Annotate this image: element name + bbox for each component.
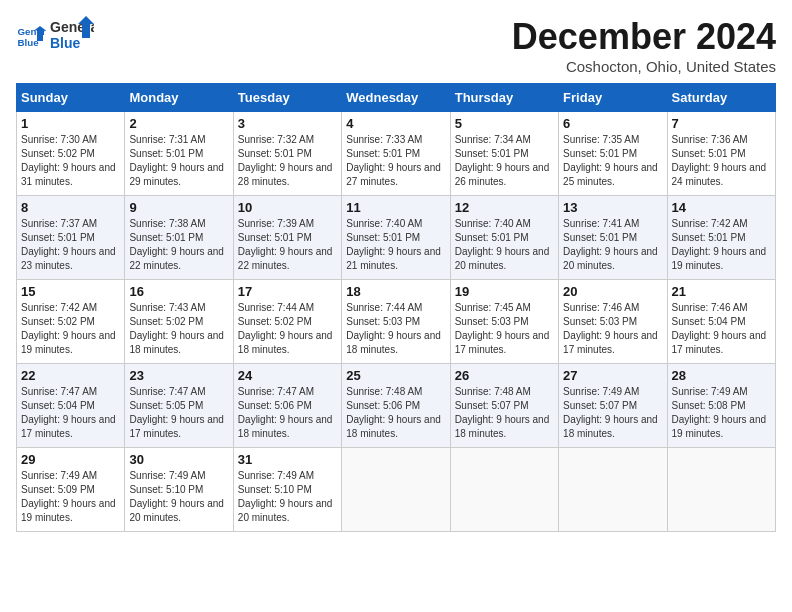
day-number: 13 [563,200,662,215]
day-info: Sunrise: 7:49 AM Sunset: 5:10 PM Dayligh… [238,469,337,525]
calendar-cell: 17 Sunrise: 7:44 AM Sunset: 5:02 PM Dayl… [233,280,341,364]
day-info: Sunrise: 7:44 AM Sunset: 5:03 PM Dayligh… [346,301,445,357]
day-number: 30 [129,452,228,467]
day-number: 11 [346,200,445,215]
calendar-cell: 12 Sunrise: 7:40 AM Sunset: 5:01 PM Dayl… [450,196,558,280]
day-number: 6 [563,116,662,131]
day-info: Sunrise: 7:37 AM Sunset: 5:01 PM Dayligh… [21,217,120,273]
calendar-cell: 18 Sunrise: 7:44 AM Sunset: 5:03 PM Dayl… [342,280,450,364]
day-number: 16 [129,284,228,299]
calendar-header-row: SundayMondayTuesdayWednesdayThursdayFrid… [17,84,776,112]
title-area: December 2024 Coshocton, Ohio, United St… [512,16,776,75]
calendar-cell: 13 Sunrise: 7:41 AM Sunset: 5:01 PM Dayl… [559,196,667,280]
day-number: 8 [21,200,120,215]
day-number: 20 [563,284,662,299]
calendar-cell: 2 Sunrise: 7:31 AM Sunset: 5:01 PM Dayli… [125,112,233,196]
svg-text:Blue: Blue [50,35,81,51]
day-info: Sunrise: 7:40 AM Sunset: 5:01 PM Dayligh… [346,217,445,273]
calendar-cell: 4 Sunrise: 7:33 AM Sunset: 5:01 PM Dayli… [342,112,450,196]
calendar-cell: 14 Sunrise: 7:42 AM Sunset: 5:01 PM Dayl… [667,196,775,280]
day-number: 3 [238,116,337,131]
day-number: 4 [346,116,445,131]
location-text: Coshocton, Ohio, United States [512,58,776,75]
day-number: 1 [21,116,120,131]
day-number: 10 [238,200,337,215]
calendar-cell: 1 Sunrise: 7:30 AM Sunset: 5:02 PM Dayli… [17,112,125,196]
day-info: Sunrise: 7:43 AM Sunset: 5:02 PM Dayligh… [129,301,228,357]
page-header: General Blue General Blue December 2024 … [16,16,776,75]
calendar-day-header: Thursday [450,84,558,112]
day-info: Sunrise: 7:32 AM Sunset: 5:01 PM Dayligh… [238,133,337,189]
day-info: Sunrise: 7:46 AM Sunset: 5:04 PM Dayligh… [672,301,771,357]
calendar-cell: 6 Sunrise: 7:35 AM Sunset: 5:01 PM Dayli… [559,112,667,196]
calendar-cell: 3 Sunrise: 7:32 AM Sunset: 5:01 PM Dayli… [233,112,341,196]
day-info: Sunrise: 7:40 AM Sunset: 5:01 PM Dayligh… [455,217,554,273]
calendar-day-header: Saturday [667,84,775,112]
day-info: Sunrise: 7:35 AM Sunset: 5:01 PM Dayligh… [563,133,662,189]
day-number: 5 [455,116,554,131]
day-number: 29 [21,452,120,467]
calendar-day-header: Friday [559,84,667,112]
day-number: 24 [238,368,337,383]
day-info: Sunrise: 7:47 AM Sunset: 5:04 PM Dayligh… [21,385,120,441]
calendar-week-row: 22 Sunrise: 7:47 AM Sunset: 5:04 PM Dayl… [17,364,776,448]
day-info: Sunrise: 7:31 AM Sunset: 5:01 PM Dayligh… [129,133,228,189]
calendar-cell: 19 Sunrise: 7:45 AM Sunset: 5:03 PM Dayl… [450,280,558,364]
day-number: 26 [455,368,554,383]
day-number: 19 [455,284,554,299]
day-info: Sunrise: 7:38 AM Sunset: 5:01 PM Dayligh… [129,217,228,273]
calendar-cell: 16 Sunrise: 7:43 AM Sunset: 5:02 PM Dayl… [125,280,233,364]
calendar-cell: 31 Sunrise: 7:49 AM Sunset: 5:10 PM Dayl… [233,448,341,532]
calendar-cell: 8 Sunrise: 7:37 AM Sunset: 5:01 PM Dayli… [17,196,125,280]
day-number: 25 [346,368,445,383]
day-info: Sunrise: 7:48 AM Sunset: 5:06 PM Dayligh… [346,385,445,441]
calendar-cell: 9 Sunrise: 7:38 AM Sunset: 5:01 PM Dayli… [125,196,233,280]
month-title: December 2024 [512,16,776,58]
day-info: Sunrise: 7:42 AM Sunset: 5:01 PM Dayligh… [672,217,771,273]
calendar-week-row: 29 Sunrise: 7:49 AM Sunset: 5:09 PM Dayl… [17,448,776,532]
calendar-cell: 25 Sunrise: 7:48 AM Sunset: 5:06 PM Dayl… [342,364,450,448]
svg-text:Blue: Blue [18,37,40,48]
calendar-week-row: 8 Sunrise: 7:37 AM Sunset: 5:01 PM Dayli… [17,196,776,280]
day-number: 27 [563,368,662,383]
day-info: Sunrise: 7:44 AM Sunset: 5:02 PM Dayligh… [238,301,337,357]
day-info: Sunrise: 7:49 AM Sunset: 5:10 PM Dayligh… [129,469,228,525]
day-number: 22 [21,368,120,383]
day-info: Sunrise: 7:47 AM Sunset: 5:06 PM Dayligh… [238,385,337,441]
calendar-cell [342,448,450,532]
day-number: 23 [129,368,228,383]
logo-icon: General Blue [16,20,46,50]
day-number: 7 [672,116,771,131]
day-number: 18 [346,284,445,299]
day-info: Sunrise: 7:46 AM Sunset: 5:03 PM Dayligh… [563,301,662,357]
calendar-day-header: Monday [125,84,233,112]
calendar-cell: 28 Sunrise: 7:49 AM Sunset: 5:08 PM Dayl… [667,364,775,448]
day-info: Sunrise: 7:49 AM Sunset: 5:09 PM Dayligh… [21,469,120,525]
day-info: Sunrise: 7:41 AM Sunset: 5:01 PM Dayligh… [563,217,662,273]
day-number: 9 [129,200,228,215]
calendar-cell: 30 Sunrise: 7:49 AM Sunset: 5:10 PM Dayl… [125,448,233,532]
calendar-cell: 5 Sunrise: 7:34 AM Sunset: 5:01 PM Dayli… [450,112,558,196]
day-info: Sunrise: 7:39 AM Sunset: 5:01 PM Dayligh… [238,217,337,273]
day-info: Sunrise: 7:47 AM Sunset: 5:05 PM Dayligh… [129,385,228,441]
calendar-week-row: 1 Sunrise: 7:30 AM Sunset: 5:02 PM Dayli… [17,112,776,196]
calendar-cell: 21 Sunrise: 7:46 AM Sunset: 5:04 PM Dayl… [667,280,775,364]
day-number: 12 [455,200,554,215]
day-info: Sunrise: 7:49 AM Sunset: 5:07 PM Dayligh… [563,385,662,441]
day-info: Sunrise: 7:49 AM Sunset: 5:08 PM Dayligh… [672,385,771,441]
calendar-cell: 24 Sunrise: 7:47 AM Sunset: 5:06 PM Dayl… [233,364,341,448]
logo: General Blue General Blue [16,16,94,54]
day-number: 31 [238,452,337,467]
calendar-day-header: Wednesday [342,84,450,112]
calendar-cell [559,448,667,532]
calendar-day-header: Sunday [17,84,125,112]
calendar-day-header: Tuesday [233,84,341,112]
day-number: 14 [672,200,771,215]
day-info: Sunrise: 7:30 AM Sunset: 5:02 PM Dayligh… [21,133,120,189]
calendar-cell: 27 Sunrise: 7:49 AM Sunset: 5:07 PM Dayl… [559,364,667,448]
calendar-cell: 26 Sunrise: 7:48 AM Sunset: 5:07 PM Dayl… [450,364,558,448]
calendar-cell [667,448,775,532]
day-number: 17 [238,284,337,299]
calendar-cell: 29 Sunrise: 7:49 AM Sunset: 5:09 PM Dayl… [17,448,125,532]
day-number: 28 [672,368,771,383]
